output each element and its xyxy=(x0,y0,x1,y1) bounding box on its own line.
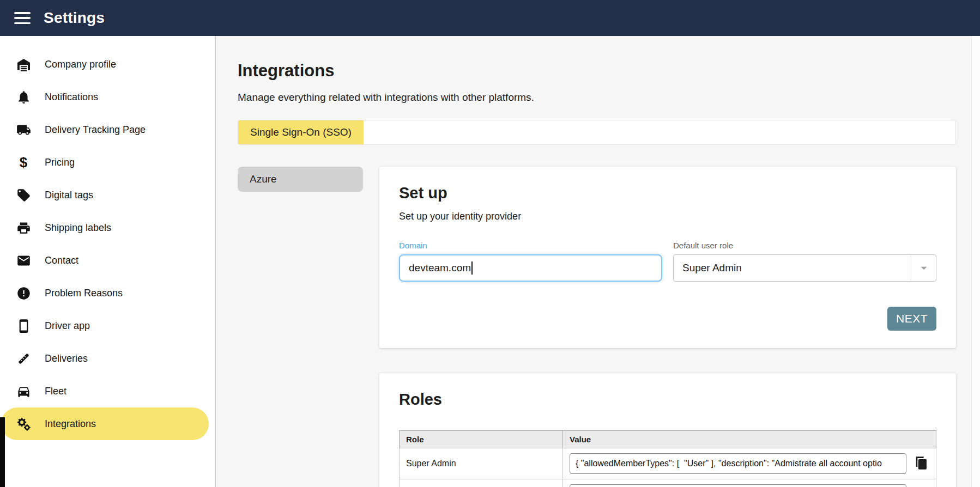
sidebar-item-pricing[interactable]: $ Pricing xyxy=(0,146,215,179)
default-role-value: Super Admin xyxy=(682,262,742,274)
role-name-cell: Super Admin xyxy=(400,448,563,479)
setup-card: Set up Set up your identity provider Dom… xyxy=(379,167,956,348)
sidebar-item-digital-tags[interactable]: Digital tags xyxy=(0,179,215,211)
default-role-select[interactable]: Super Admin xyxy=(673,254,936,282)
setup-card-subtitle: Set up your identity provider xyxy=(399,211,936,222)
copy-icon[interactable] xyxy=(913,455,929,472)
sidebar-item-fleet[interactable]: Fleet xyxy=(0,375,215,407)
domain-label: Domain xyxy=(399,241,662,250)
envelope-icon xyxy=(15,252,32,269)
domain-input-value: devteam.com xyxy=(409,262,471,274)
sidebar-item-shipping-labels[interactable]: Shipping labels xyxy=(0,211,215,244)
table-row: Super Admin xyxy=(400,448,936,479)
printer-icon xyxy=(15,220,32,236)
sidebar-item-problem-reasons[interactable]: Problem Reasons xyxy=(0,277,215,309)
ruler-icon xyxy=(15,350,32,367)
domain-field-group: Domain devteam.com xyxy=(399,241,662,282)
roles-card: Roles Role Value Super Admin xyxy=(379,373,956,487)
bell-icon xyxy=(15,89,32,105)
sidebar-item-company-profile[interactable]: Company profile xyxy=(0,48,215,81)
sidebar-item-label: Driver app xyxy=(45,320,90,332)
sidebar-item-label: Delivery Tracking Page xyxy=(45,124,146,136)
tag-icon xyxy=(15,187,32,203)
hamburger-menu-icon[interactable] xyxy=(14,12,31,24)
sidebar-item-label: Problem Reasons xyxy=(45,288,123,299)
gears-icon xyxy=(15,416,32,432)
default-role-field-group: Default user role Super Admin xyxy=(673,241,936,282)
role-value-input[interactable] xyxy=(570,484,906,487)
smartphone-icon xyxy=(15,318,32,334)
sidebar-item-label: Contact xyxy=(45,255,78,266)
garage-icon xyxy=(15,56,32,72)
app-title: Settings xyxy=(44,9,105,27)
sidebar-item-label: Notifications xyxy=(45,92,98,103)
sidebar-item-contact[interactable]: Contact xyxy=(0,244,215,277)
sidebar-item-label: Shipping labels xyxy=(45,222,111,234)
domain-input[interactable]: devteam.com xyxy=(399,254,662,282)
error-icon xyxy=(15,285,32,301)
sidebar-item-deliveries[interactable]: Deliveries xyxy=(0,342,215,375)
sidebar-item-notifications[interactable]: Notifications xyxy=(0,81,215,113)
page-subtitle: Manage everything related with integrati… xyxy=(238,92,956,104)
sidebar-item-label: Digital tags xyxy=(45,190,93,201)
roles-card-title: Roles xyxy=(399,391,936,409)
provider-tabs-column: Azure xyxy=(238,167,363,192)
sidebar-item-label: Integrations xyxy=(45,418,96,430)
setup-card-title: Set up xyxy=(399,184,936,202)
chevron-down-icon xyxy=(911,255,936,281)
table-row: User xyxy=(400,479,936,487)
integrations-page: Integrations Manage everything related w… xyxy=(216,36,980,487)
default-role-label: Default user role xyxy=(673,241,936,250)
roles-table: Role Value Super Admin xyxy=(399,430,936,487)
integration-tabs-bar: Single Sign-On (SSO) xyxy=(238,120,956,145)
car-icon xyxy=(15,383,32,399)
roles-table-header-role: Role xyxy=(400,431,563,448)
page-title: Integrations xyxy=(238,61,956,81)
dollar-icon: $ xyxy=(15,154,32,171)
truck-icon xyxy=(15,121,32,138)
settings-sidebar: Company profile Notifications Delivery T… xyxy=(0,36,216,487)
sidebar-item-delivery-tracking[interactable]: Delivery Tracking Page xyxy=(0,113,215,146)
sidebar-item-driver-app[interactable]: Driver app xyxy=(0,309,215,342)
role-value-input[interactable] xyxy=(570,453,906,474)
sidebar-item-label: Fleet xyxy=(45,386,66,397)
next-button[interactable]: NEXT xyxy=(887,307,936,331)
sidebar-scrollbar-thumb[interactable] xyxy=(0,417,5,487)
tab-single-sign-on[interactable]: Single Sign-On (SSO) xyxy=(238,120,364,144)
role-name-cell: User xyxy=(400,479,563,487)
sidebar-item-label: Deliveries xyxy=(45,353,88,364)
text-caret xyxy=(471,261,473,275)
top-bar: Settings xyxy=(0,0,980,36)
roles-table-header-value: Value xyxy=(563,431,936,448)
provider-tab-azure[interactable]: Azure xyxy=(238,167,363,192)
sidebar-item-label: Company profile xyxy=(45,59,116,70)
sidebar-item-label: Pricing xyxy=(45,157,75,168)
page-scrollbar[interactable] xyxy=(971,36,980,487)
sidebar-item-integrations[interactable]: Integrations xyxy=(1,407,209,440)
